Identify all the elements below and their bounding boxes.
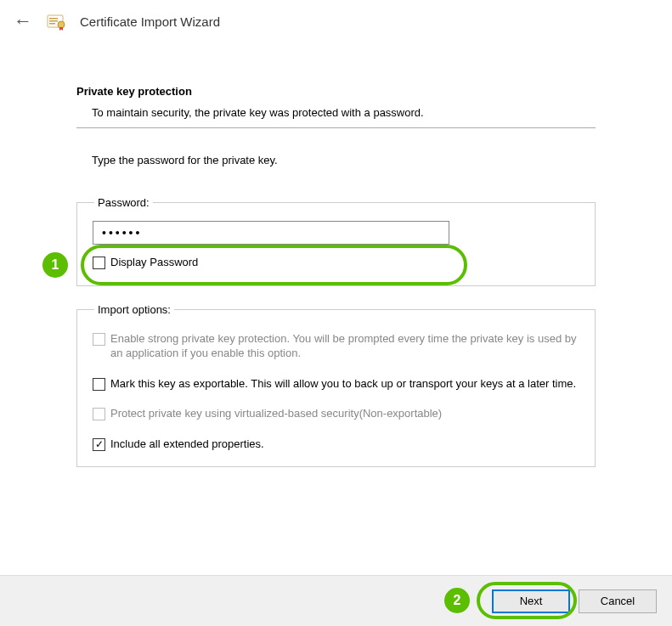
password-value: •••••• (102, 226, 142, 240)
import-options-legend: Import options: (94, 303, 174, 316)
certificate-icon (46, 11, 66, 31)
section-title: Private key protection (76, 85, 596, 98)
cancel-button[interactable]: Cancel (579, 589, 657, 613)
wizard-title: Certificate Import Wizard (80, 14, 220, 29)
next-button[interactable]: Next (492, 589, 570, 613)
virtualized-security-checkbox (93, 408, 105, 420)
svg-rect-1 (49, 18, 58, 20)
password-legend: Password: (94, 196, 153, 209)
display-password-label: Display Password (110, 255, 198, 270)
section-description: To maintain security, the private key wa… (92, 106, 596, 119)
password-group: Password: •••••• Display Password (76, 196, 596, 286)
import-options-group: Import options: Enable strong private ke… (76, 303, 596, 468)
display-password-checkbox[interactable] (93, 257, 105, 269)
button-bar: Next Cancel (0, 575, 672, 626)
extended-properties-label: Include all extended properties. (110, 437, 264, 452)
svg-rect-2 (49, 20, 58, 22)
password-input[interactable]: •••••• (93, 221, 449, 245)
virtualized-security-label: Protect private key using virtualized-ba… (110, 406, 442, 421)
svg-rect-3 (49, 23, 55, 25)
divider (76, 127, 596, 128)
extended-properties-checkbox[interactable] (93, 438, 105, 451)
strong-protection-checkbox (93, 333, 105, 346)
callout-one: 1 (42, 252, 68, 278)
exportable-label: Mark this key as exportable. This will a… (110, 376, 576, 392)
strong-protection-label: Enable strong private key protection. Yo… (110, 331, 579, 361)
instruction-text: Type the password for the private key. (92, 154, 596, 166)
callout-two: 2 (444, 588, 470, 613)
svg-point-4 (58, 21, 65, 28)
exportable-checkbox[interactable] (93, 378, 105, 391)
back-arrow-icon[interactable]: ← (14, 10, 32, 32)
